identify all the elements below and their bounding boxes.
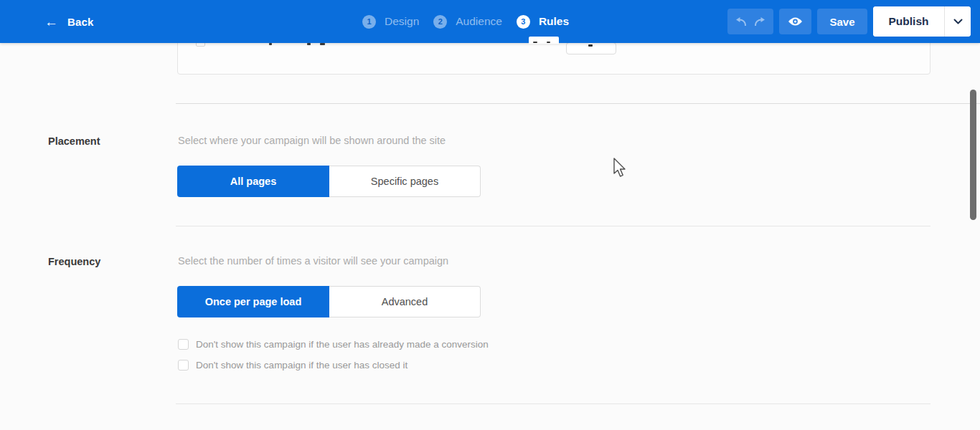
placement-section-label: Placement (48, 135, 100, 147)
closed-checkbox-label: Don't show this campaign if the user has… (196, 360, 407, 371)
placement-option-all-pages[interactable]: All pages (177, 166, 329, 197)
step-1-label: Design (385, 15, 419, 28)
clipped-text-fragment (320, 43, 325, 45)
closed-checkbox-row[interactable]: Don't show this campaign if the user has… (178, 360, 407, 371)
step-2-circle: 2 (433, 15, 447, 29)
rules-step-page: Placement Select where your campaign wil… (0, 0, 980, 430)
step-rules[interactable]: 3 Rules (517, 15, 575, 29)
publish-button[interactable]: Publish (873, 6, 944, 37)
step-2-label: Audience (456, 15, 502, 28)
save-button[interactable]: Save (817, 9, 867, 34)
mouse-cursor (613, 158, 628, 182)
step-design[interactable]: 1 Design (362, 15, 425, 29)
vertical-scrollbar-thumb[interactable] (970, 90, 976, 220)
chevron-down-icon (953, 19, 963, 24)
preview-button[interactable] (779, 9, 811, 34)
step-1-circle: 1 (362, 15, 376, 29)
back-arrow-icon: ← (44, 15, 58, 29)
redo-icon[interactable] (754, 17, 765, 27)
publish-dropdown-button[interactable] (945, 6, 971, 37)
publish-button-group: Publish (873, 6, 971, 37)
clipped-text-fragment (269, 43, 272, 45)
conversion-checkbox-row[interactable]: Don't show this campaign if the user has… (178, 339, 489, 350)
frequency-section-description: Select the number of times a visitor wil… (178, 255, 448, 267)
clipped-text-fragment (307, 43, 311, 45)
divider (176, 226, 930, 226)
header-actions: Save Publish (727, 0, 971, 43)
undo-redo-group (727, 9, 773, 34)
conversion-checkbox[interactable] (178, 339, 189, 350)
divider (176, 403, 930, 404)
placement-option-specific-pages[interactable]: Specific pages (329, 166, 481, 197)
step-audience[interactable]: 2 Audience (433, 15, 508, 29)
step-3-label: Rules (539, 15, 569, 28)
top-bar: ← Back 1 Design 2 Audience 3 Rules (0, 0, 980, 43)
step-3-circle: 3 (517, 15, 530, 29)
divider (176, 103, 980, 104)
clipped-toggle-left-button[interactable] (529, 37, 559, 44)
frequency-option-once-per-page-load[interactable]: Once per page load (177, 286, 329, 317)
undo-icon[interactable] (735, 17, 747, 27)
clipped-toggle-right-button[interactable] (566, 42, 616, 54)
frequency-section-label: Frequency (48, 256, 100, 267)
frequency-option-advanced[interactable]: Advanced (329, 286, 481, 317)
placement-section-description: Select where your campaign will be shown… (178, 135, 446, 146)
eye-icon (788, 16, 803, 27)
placement-toggle: All pages Specific pages (177, 166, 481, 197)
back-button[interactable]: ← Back (44, 15, 94, 29)
conversion-checkbox-label: Don't show this campaign if the user has… (196, 339, 489, 350)
closed-checkbox[interactable] (178, 360, 189, 371)
back-button-label: Back (67, 16, 94, 28)
frequency-toggle: Once per page load Advanced (177, 286, 481, 317)
